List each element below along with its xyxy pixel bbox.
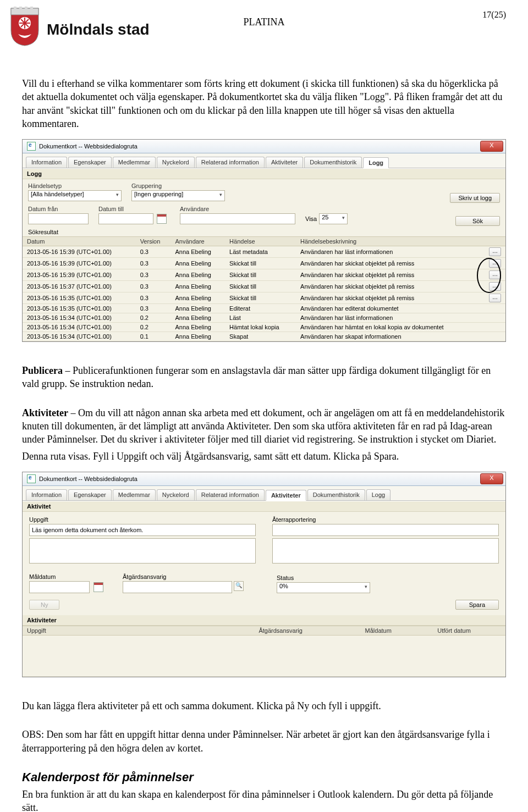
tab-egenskaper[interactable]: Egenskaper bbox=[68, 489, 112, 500]
table-row[interactable]: 2013-05-16 15:35 (UTC+01.00)0.3Anna Ebel… bbox=[23, 292, 505, 304]
spara-button[interactable]: Spara bbox=[455, 600, 499, 610]
table-row[interactable]: 2013-05-16 15:34 (UTC+01.00)0.2Anna Ebel… bbox=[23, 313, 505, 323]
screenshot-logg: Dokumentkort -- Webbsidedialogruta X Inf… bbox=[22, 139, 506, 342]
input-datum-till[interactable] bbox=[98, 213, 153, 224]
screenshot-aktiviteter: Dokumentkort -- Webbsidedialogruta X Inf… bbox=[22, 472, 506, 677]
table-row[interactable]: 2013-05-16 15:34 (UTC+01.00)0.1Anna Ebel… bbox=[23, 332, 505, 341]
lookup-icon[interactable]: 🔍 bbox=[234, 581, 244, 591]
paragraph-after: Du kan lägga flera aktiviteter på ett oc… bbox=[22, 699, 506, 712]
label-status: Status bbox=[277, 575, 370, 581]
calendar-icon[interactable] bbox=[157, 214, 167, 224]
table-row[interactable]: 2013-05-16 15:37 (UTC+01.00)0.3Anna Ebel… bbox=[23, 281, 505, 292]
svg-rect-1 bbox=[14, 7, 16, 9]
table-row[interactable]: 2013-05-16 15:39 (UTC+01.00)0.3Anna Ebel… bbox=[23, 269, 505, 281]
column-header: Händelse bbox=[225, 237, 296, 246]
tab-logg[interactable]: Logg bbox=[363, 157, 389, 168]
select-visa[interactable]: 25 bbox=[319, 213, 348, 224]
label-handelsetyp: Händelsetyp bbox=[28, 183, 122, 189]
table-row[interactable]: 2013-05-16 15:35 (UTC+01.00)0.3Anna Ebel… bbox=[23, 304, 505, 313]
select-gruppering[interactable]: [Ingen gruppering] bbox=[131, 190, 225, 201]
label-visa: Visa bbox=[305, 216, 317, 222]
tab-relaterad-information[interactable]: Relaterad information bbox=[196, 157, 265, 168]
input-datum-fran[interactable] bbox=[28, 213, 89, 224]
dialog-title: Dokumentkort -- Webbsidedialogruta bbox=[39, 143, 138, 150]
label-sokresultat: Sökresultat bbox=[23, 225, 505, 236]
select-status[interactable]: 0% bbox=[277, 582, 370, 593]
column-header: Version bbox=[136, 237, 171, 246]
header-center: PLATINA bbox=[244, 16, 285, 28]
label-uppgift: Uppgift bbox=[29, 516, 256, 523]
print-log-button[interactable]: Skriv ut logg bbox=[450, 193, 500, 203]
tab-dokumenthistorik[interactable]: Dokumenthistorik bbox=[307, 489, 365, 500]
tab-dokumenthistorik[interactable]: Dokumenthistorik bbox=[304, 157, 362, 168]
tab-nyckelord[interactable]: Nyckelord bbox=[157, 489, 195, 500]
column-header: Användare bbox=[170, 237, 225, 246]
section-heading: Kalenderpost för påminnelser bbox=[22, 769, 506, 786]
label-aterrapportering: Återrapportering bbox=[272, 516, 499, 523]
tab-aktiviteter[interactable]: Aktiviteter bbox=[266, 490, 306, 501]
table-row[interactable]: 2013-05-16 15:39 (UTC+01.00)0.3Anna Ebel… bbox=[23, 246, 505, 258]
table-row[interactable]: 2013-05-16 15:39 (UTC+01.00)0.3Anna Ebel… bbox=[23, 258, 505, 269]
panel-title-aktiviteter-list: Aktiviteter bbox=[23, 615, 505, 626]
tab-medlemmar[interactable]: Medlemmar bbox=[113, 489, 156, 500]
label-anvandare: Användare bbox=[180, 206, 295, 212]
brand-text: Mölndals stad bbox=[47, 21, 150, 38]
calendar-icon[interactable] bbox=[94, 582, 103, 592]
paragraph-obs: OBS: Den som har fått en uppgift hittar … bbox=[22, 728, 506, 755]
input-anvandare[interactable] bbox=[180, 213, 295, 224]
tab-egenskaper[interactable]: Egenskaper bbox=[68, 157, 112, 168]
column-header: Händelsebeskrivning bbox=[296, 237, 480, 246]
column-header: Utfört datum bbox=[433, 626, 505, 635]
paragraph-intro: Vill du i efterhand se vilka kommentarer… bbox=[22, 77, 506, 130]
close-button[interactable]: X bbox=[480, 473, 503, 484]
input-uppgift[interactable] bbox=[29, 524, 256, 536]
tab-relaterad-information[interactable]: Relaterad information bbox=[196, 489, 265, 500]
tab-information[interactable]: Information bbox=[26, 157, 67, 168]
input-maldatum[interactable] bbox=[29, 581, 90, 593]
label-datum-fran: Datum från bbox=[28, 206, 89, 212]
tab-aktiviteter[interactable]: Aktiviteter bbox=[266, 157, 303, 168]
paragraph-aktiviteter: Aktiviteter – Om du vill att någon annan… bbox=[22, 406, 506, 446]
textarea-aterrapportering[interactable] bbox=[272, 538, 499, 564]
panel-title-logg: Logg bbox=[23, 169, 505, 179]
table-row[interactable]: 2013-05-16 15:34 (UTC+01.00)0.2Anna Ebel… bbox=[23, 323, 505, 332]
tabs-row: InformationEgenskaperMedlemmarNyckelordR… bbox=[23, 486, 505, 501]
dialog-titlebar: Dokumentkort -- Webbsidedialogruta X bbox=[23, 472, 505, 486]
tabs-row: InformationEgenskaperMedlemmarNyckelordR… bbox=[23, 153, 505, 168]
search-button[interactable]: Sök bbox=[455, 216, 500, 226]
textarea-uppgift[interactable] bbox=[29, 538, 256, 564]
tab-information[interactable]: Information bbox=[26, 489, 67, 500]
aktiviteter-table: UppgiftÅtgärdsansvarigMåldatumUtfört dat… bbox=[23, 626, 505, 677]
details-button[interactable]: … bbox=[489, 259, 501, 268]
column-header: Måldatum bbox=[361, 626, 433, 635]
ny-button[interactable]: Ny bbox=[29, 600, 59, 610]
tab-medlemmar[interactable]: Medlemmar bbox=[113, 157, 156, 168]
page-counter: 17(25) bbox=[482, 10, 506, 20]
column-header: Datum bbox=[23, 237, 136, 246]
details-button[interactable]: … bbox=[489, 282, 501, 291]
close-button[interactable]: X bbox=[480, 141, 503, 152]
paragraph-kalender: En bra funktion är att du kan skapa en k… bbox=[22, 788, 506, 812]
paragraph-aktiviteter2: Denna ruta visas. Fyll i Uppgift och väl… bbox=[22, 450, 506, 463]
paragraph-publicera: Publicera – Publicerafunktionen fungerar… bbox=[22, 364, 506, 391]
dialog-title: Dokumentkort -- Webbsidedialogruta bbox=[39, 476, 138, 482]
column-header: Uppgift bbox=[23, 626, 254, 635]
tab-logg[interactable]: Logg bbox=[366, 489, 391, 500]
results-table: DatumVersionAnvändareHändelseHändelsebes… bbox=[23, 236, 505, 341]
panel-title-aktivitet: Aktivitet bbox=[23, 501, 505, 512]
label-atgardsansvarig: Åtgärdsansvarig bbox=[123, 573, 244, 580]
input-atgardsansvarig[interactable] bbox=[123, 581, 232, 593]
label-gruppering: Gruppering bbox=[131, 183, 225, 189]
svg-rect-2 bbox=[19, 7, 22, 9]
select-handelsetyp[interactable]: [Alla händelsetyper] bbox=[28, 190, 122, 201]
column-header: Åtgärdsansvarig bbox=[254, 626, 360, 635]
label-maldatum: Måldatum bbox=[29, 573, 106, 580]
tab-nyckelord[interactable]: Nyckelord bbox=[157, 157, 195, 168]
details-button[interactable]: … bbox=[489, 294, 501, 302]
page-icon bbox=[27, 474, 36, 483]
details-button[interactable]: … bbox=[489, 270, 501, 279]
input-aterrapportering[interactable] bbox=[272, 524, 499, 536]
svg-rect-4 bbox=[30, 7, 33, 9]
details-button[interactable]: … bbox=[489, 247, 501, 256]
page-icon bbox=[27, 142, 36, 151]
